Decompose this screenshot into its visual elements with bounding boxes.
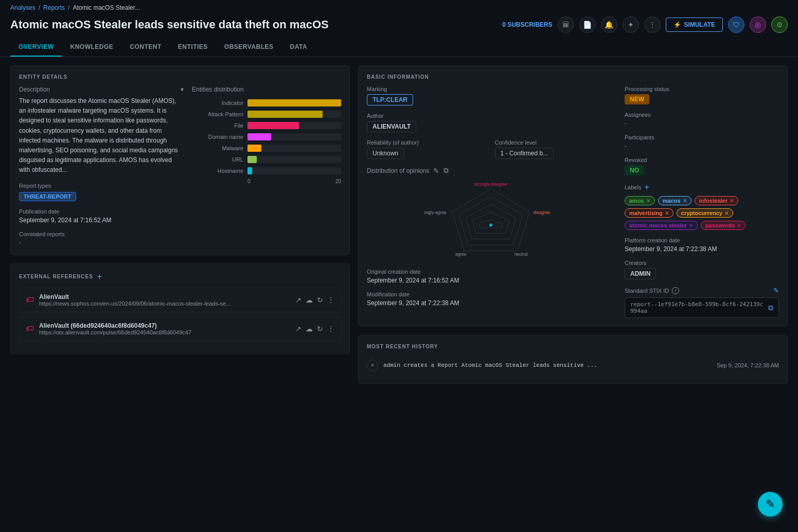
more-icon-btn[interactable]: ⋮ [644,16,661,33]
subscribers-badge[interactable]: 0 SUBSCRIBERS [502,21,552,28]
remove-label-icon[interactable]: ✕ [646,198,650,204]
label-tag-amos[interactable]: amos✕ [625,196,655,205]
tab-observables[interactable]: OBSERVABLES [216,38,282,57]
label-tag-cryptocurrency[interactable]: cryptocurrency✕ [677,208,733,218]
dist-bar-track [247,167,341,174]
modification-section: Modification date September 9, 2024 at 7… [367,291,614,307]
label-text: atomic macos stealer [629,222,687,228]
target-icon-btn[interactable]: ◎ [750,16,766,33]
settings-icon-btn[interactable]: ⚙ [771,16,788,33]
platform-creation-val: September 9, 2024 at 7:22:38 AM [625,245,779,253]
dist-bar-row: Attack Pattern [192,111,341,118]
remove-label-icon[interactable]: ✕ [665,210,669,216]
report-type-tag[interactable]: THREAT-REPORT [19,192,76,201]
document-icon-btn[interactable]: 📄 [579,16,596,33]
dist-bar-row: Indicator [192,99,341,107]
tab-knowledge[interactable]: KNOWLEDGE [62,38,121,57]
page-header: Atomic macOS Stealer leads sensitive dat… [0,13,798,38]
add-ext-ref-icon[interactable]: + [97,272,102,281]
author-section: Author ALIENVAULT [367,113,614,132]
copy-icon[interactable]: ⧉ [768,304,773,312]
tab-entities[interactable]: ENTITIES [170,38,216,57]
svg-text:neutral: neutral [514,252,527,257]
breadcrumb-current: Atomic macOS Stealer... [73,4,140,11]
tab-overview[interactable]: OVERVIEW [10,38,62,57]
confidence-badge[interactable]: 1 - Confirmed b... [495,148,554,159]
edit-opinions-icon[interactable]: ✎ [433,167,439,175]
marking-badge[interactable]: TLP:CLEAR [367,94,413,105]
bell-icon-btn[interactable]: 🔔 [601,16,617,33]
proc-status-badge[interactable]: NEW [625,94,649,104]
ext-ref-item: 🏷 AlienVault https://news.sophos.com/en-… [19,288,341,312]
svg-text:strongly-disagree: strongly-disagree [474,182,507,187]
fab-edit-button[interactable]: ✎ [758,492,783,517]
radar-container: strongly-disagree disagree neutral agree… [367,179,614,261]
label-tag-atomic-macos-stealer[interactable]: atomic macos stealer✕ [625,221,698,230]
simulate-button[interactable]: ⚡ SIMULATE [666,17,723,32]
dist-bar-row: URL [192,156,341,163]
svg-text:strongly-agree: strongly-agree [424,210,447,215]
label-tag-malvertising[interactable]: malvertising✕ [625,208,673,218]
report-types-label: Report types [19,183,184,189]
remove-label-icon[interactable]: ✕ [689,223,693,228]
assignees-section: Assignees - [625,112,779,127]
dist-bar-track [247,99,341,107]
external-refs-card: EXTERNAL REFERENCES + 🏷 AlienVault https… [10,263,350,354]
upload-icon[interactable]: ☁ [306,296,313,304]
marking-label: Marking [367,86,614,92]
breadcrumb-reports[interactable]: Reports [43,4,65,11]
label-tag-passwords[interactable]: passwords✕ [701,221,746,230]
pub-date-val: September 9, 2024 at 7:16:52 AM [19,217,184,224]
participants-val: - [625,143,779,150]
remove-label-icon[interactable]: ✕ [724,210,729,216]
share-opinions-icon[interactable]: ⧉ [444,166,449,175]
ext-ref-actions: ↗ ☁ ↻ ⋮ [295,296,334,304]
add-label-icon[interactable]: + [644,183,649,192]
remove-label-icon[interactable]: ✕ [730,198,734,204]
history-card: MOST RECENT HISTORY + admin creates a Re… [358,335,788,384]
shield-icon-btn[interactable]: 🛡 [728,16,744,33]
tabs: OVERVIEW KNOWLEDGE CONTENT ENTITIES OBSE… [10,38,315,57]
basic-right: Processing status NEW Assignees - Partic… [625,86,779,318]
labels-label: Labels [625,184,641,190]
ext-ref-item: 🏷 AlienVault (66ded924640ac6f8d6049c47) … [19,316,341,341]
dist-bar-row: Domain name [192,133,341,140]
history-header: MOST RECENT HISTORY [367,344,779,349]
dist-bar-label: URL [192,156,243,163]
breadcrumb-analyses[interactable]: Analyses [10,4,36,11]
stix-edit-icon[interactable]: ✎ [773,287,779,294]
unknown-badge[interactable]: Unknown [367,148,404,159]
more-icon[interactable]: ⋮ [327,325,334,333]
revoked-badge[interactable]: NO [625,165,644,175]
dist-bar-label: Attack Pattern [192,111,243,117]
svg-text:agree: agree [455,252,466,257]
stix-info-icon[interactable]: i [672,287,679,294]
remove-label-icon[interactable]: ✕ [683,198,687,204]
expand-icon-btn[interactable]: ✦ [623,16,639,33]
tab-content[interactable]: CONTENT [121,38,170,57]
upload-icon[interactable]: ☁ [306,325,313,333]
tab-data[interactable]: DATA [282,38,316,57]
more-icon[interactable]: ⋮ [327,296,334,304]
basic-info-card: BASIC INFORMATION Marking TLP:CLEAR Auth… [358,65,788,327]
sync-icon[interactable]: ↻ [317,296,323,304]
dist-bar-track [247,133,341,140]
export-icon[interactable]: ↗ [295,325,302,333]
stix-header: Standard STIX ID i ✎ [625,287,779,294]
label-tag-infostealer[interactable]: infostealer✕ [695,196,739,205]
opinions-header: Distribution of opinions ✎ ⧉ [367,166,614,175]
export-icon[interactable]: ↗ [295,296,302,304]
creators-badge[interactable]: ADMIN [625,268,656,279]
author-badge[interactable]: ALIENVAULT [367,121,416,132]
correlated-val: - [19,239,184,246]
building-icon-btn[interactable]: 🏛 [558,16,574,33]
remove-label-icon[interactable]: ✕ [737,223,741,228]
sync-icon[interactable]: ↻ [317,325,323,333]
creators-label: Creators [625,260,779,266]
orig-creation-section: Original creation date September 9, 2024… [367,269,614,284]
history-item: + admin creates a Report Atomic macOS St… [367,356,779,375]
dist-bar-label: Hostname [192,168,243,174]
chevron-down-icon[interactable]: ▾ [181,86,184,93]
label-text: infostealer [699,198,728,204]
label-tag-macos[interactable]: macos✕ [658,196,691,205]
